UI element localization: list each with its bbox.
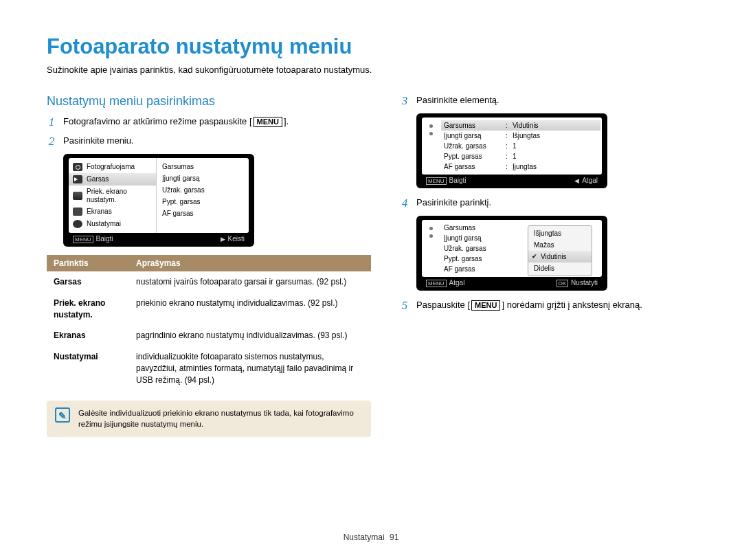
option-name: Priek. ekrano nustatym.: [47, 293, 129, 326]
menu-icon: MENU: [426, 280, 447, 287]
table-row: Ekranaspagrindinio ekrano nustatymų indi…: [47, 325, 371, 346]
info-note: ✎ Galėsite individualizuoti priekinio ek…: [47, 401, 371, 437]
footer-left: Baigti: [96, 235, 113, 243]
menu-button-label: MENU: [254, 117, 282, 127]
display-icon: [73, 208, 82, 216]
submenu-item: Pypt. garsas: [162, 196, 243, 208]
page-subtitle: Sužinokite apie įvairias parinktis, kad …: [47, 65, 695, 75]
menu-icon: MENU: [426, 177, 447, 185]
value-row: Pypt. garsas:1: [441, 151, 600, 161]
step-3-text: Pasirinkite elementą.: [416, 94, 695, 107]
sound-icon: [73, 175, 82, 183]
row-label: Užrak. garsas: [444, 142, 503, 150]
value-row: Užrak. garsas:1: [441, 141, 600, 151]
left-triangle-icon: ◀: [574, 177, 579, 184]
menu-item-label: Garsas: [87, 175, 109, 183]
gear-icon: [73, 220, 82, 228]
menu-button-label: MENU: [471, 300, 500, 311]
row-label: Garsumas: [444, 122, 503, 129]
option-desc: priekinio ekrano nustatymų individualiza…: [129, 293, 371, 326]
page-title: Fotoaparato nustatymų meniu: [47, 34, 695, 59]
section-heading: Nustatymų meniu pasirinkimas: [47, 94, 371, 109]
camera-screen-values: Garsumas:Vidutinis Įjungti garsą:Išjungt…: [416, 113, 607, 188]
option-desc: individualizuokite fotoaparato sistemos …: [129, 346, 371, 390]
step-2-text: Pasirinkite meniu.: [63, 135, 371, 147]
right-triangle-icon: ▶: [221, 236, 225, 243]
popup-item-selected: Vidutinis: [528, 251, 592, 262]
submenu-item: Užrak. garsas: [162, 184, 243, 196]
step-5-text-pre: Paspauskite [: [416, 300, 470, 310]
option-name: Nustatymai: [47, 346, 129, 390]
page-footer: Nustatymai 91: [0, 533, 742, 542]
dot-icon: [429, 124, 433, 128]
row-value: Vidutinis: [513, 122, 598, 129]
option-desc: pagrindinio ekrano nustatymų individuali…: [129, 325, 371, 346]
value-popup: Išjungtas Mažas Vidutinis Didelis: [528, 225, 592, 276]
row-value: Išjungtas: [513, 132, 598, 139]
row-label: AF garsas: [444, 163, 503, 170]
step-1-text-post: ].: [284, 116, 289, 126]
popup-item: Išjungtas: [528, 227, 592, 239]
value-row-selected: Garsumas:Vidutinis: [441, 120, 600, 131]
row-label: Įjungti garsą: [444, 132, 503, 139]
dot-icon: [429, 234, 433, 238]
footer-section: Nustatymai: [344, 533, 385, 542]
ok-icon: OK: [556, 280, 569, 287]
options-table: Parinktis Aprašymas Garsasnustatomi įvai…: [47, 255, 371, 391]
row-label: Pypt. garsas: [444, 255, 503, 262]
step-number: 1: [47, 115, 56, 128]
menu-item-label: Priek. ekrano nustatym.: [87, 188, 152, 203]
row-value: 1: [513, 142, 598, 150]
menu-item: Fotografuojama: [69, 161, 156, 173]
row-label: Pypt. garsas: [444, 153, 503, 160]
table-row: Garsasnustatomi įvairūs fotoaparato gars…: [47, 271, 371, 293]
dot-icon: [429, 132, 433, 135]
option-desc: nustatomi įvairūs fotoaparato garsai ir …: [129, 271, 371, 293]
camera-screen-popup: Garsumas Įjungti garsą Užrak. garsas Pyp…: [416, 216, 607, 291]
menu-item-selected: Garsas: [69, 173, 156, 186]
front-display-icon: [73, 192, 82, 200]
step-4-text: Pasirinkite parinktį.: [416, 197, 695, 209]
camera-screen-menu: Fotografuojama Garsas Priek. ekrano nust…: [63, 154, 254, 247]
value-row: Įjungti garsą:Išjungtas: [441, 131, 600, 141]
note-icon: ✎: [55, 407, 70, 423]
footer-right: Atgal: [582, 177, 598, 184]
note-text: Galėsite individualizuoti priekinio ekra…: [78, 409, 354, 429]
table-header-option: Parinktis: [47, 255, 129, 271]
step-1: 1 Fotografavimo ar atkūrimo režime paspa…: [47, 115, 371, 128]
menu-item: Ekranas: [69, 205, 156, 218]
page-number: 91: [390, 533, 398, 542]
footer-left: Atgal: [449, 279, 465, 287]
menu-item: Priek. ekrano nustatym.: [69, 186, 156, 205]
row-label: Įjungti garsą: [444, 234, 503, 242]
table-row: Priek. ekrano nustatym.priekinio ekrano …: [47, 293, 371, 326]
submenu-item: AF garsas: [162, 208, 243, 219]
popup-item: Didelis: [528, 262, 592, 274]
step-number: 2: [47, 135, 56, 147]
table-header-desc: Aprašymas: [129, 255, 371, 271]
step-5: 5 Paspauskite [MENU] norėdami grįžti į a…: [400, 299, 695, 311]
menu-item-label: Ekranas: [87, 208, 112, 216]
footer-right: Keisti: [228, 235, 245, 243]
footer-right: Nustatyti: [571, 279, 598, 287]
dot-icon: [429, 227, 433, 230]
option-name: Garsas: [47, 271, 129, 293]
menu-item: Nustatymai: [69, 218, 156, 230]
step-2: 2 Pasirinkite meniu.: [47, 135, 371, 147]
row-value: 1: [513, 153, 598, 160]
row-label: Užrak. garsas: [444, 245, 503, 252]
step-number: 4: [400, 197, 409, 209]
menu-item-label: Nustatymai: [87, 220, 121, 228]
submenu-item: Įjungti garsą: [162, 172, 243, 184]
row-value: Įjungtas: [513, 163, 598, 170]
step-1-text-pre: Fotografavimo ar atkūrimo režime paspaus…: [63, 116, 252, 126]
value-row: AF garsas:Įjungtas: [441, 161, 600, 172]
row-label: Garsumas: [444, 224, 503, 232]
step-3: 3 Pasirinkite elementą.: [400, 94, 695, 107]
row-label: AF garsas: [444, 265, 503, 273]
camera-icon: [73, 163, 82, 171]
step-4: 4 Pasirinkite parinktį.: [400, 197, 695, 209]
submenu-item: Garsumas: [162, 161, 243, 172]
footer-left: Baigti: [449, 177, 466, 184]
table-row: Nustatymaiindividualizuokite fotoaparato…: [47, 346, 371, 390]
